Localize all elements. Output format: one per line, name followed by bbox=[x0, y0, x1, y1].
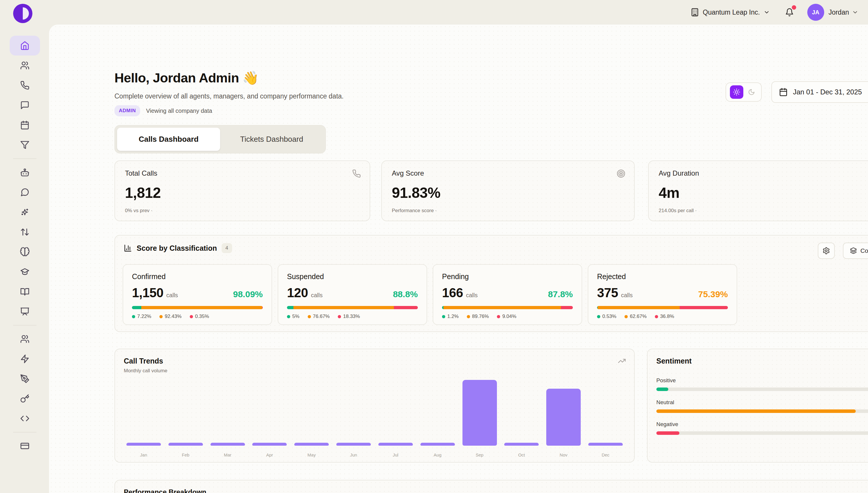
combine-button[interactable]: Combine bbox=[843, 242, 868, 259]
user-avatar[interactable]: JA bbox=[807, 4, 824, 21]
classification-card-suspended: Suspended120calls88.8%5%76.67%18.33% bbox=[278, 264, 427, 325]
sidebar-item-sparkles[interactable] bbox=[9, 202, 40, 222]
app-logo bbox=[13, 4, 32, 23]
sidebar-item-book-open[interactable] bbox=[9, 282, 40, 302]
page-subtitle: Complete overview of all agents, manager… bbox=[114, 92, 344, 100]
sidebar-item-users[interactable] bbox=[9, 329, 40, 349]
sidebar-item-bot[interactable] bbox=[9, 163, 40, 183]
filter-icon bbox=[20, 140, 29, 150]
light-mode-button[interactable] bbox=[730, 85, 743, 99]
classification-score: 88.8% bbox=[393, 289, 418, 299]
tab-tickets-dashboard[interactable]: Tickets Dashboard bbox=[220, 128, 323, 151]
sidebar-item-credit-card[interactable] bbox=[9, 436, 40, 456]
classification-calls: 1,150 bbox=[132, 285, 163, 300]
chart-title: Call Trends bbox=[124, 357, 163, 365]
sidebar-item-code[interactable] bbox=[9, 409, 40, 428]
notifications-button[interactable] bbox=[785, 8, 794, 17]
target-icon bbox=[617, 169, 625, 178]
bar-Jul bbox=[379, 443, 413, 446]
classification-score: 75.39% bbox=[698, 289, 728, 299]
sidebar-item-key[interactable] bbox=[9, 389, 40, 409]
phone-icon bbox=[352, 169, 361, 178]
scope-note: Viewing all company data bbox=[146, 108, 212, 114]
chart-subtitle: Monthly call volume bbox=[124, 368, 167, 374]
x-tick-label: Dec bbox=[585, 452, 626, 457]
x-tick-label: Nov bbox=[543, 452, 585, 457]
calendar-icon bbox=[20, 121, 29, 130]
legend-item: 1.2% bbox=[442, 314, 459, 319]
message-square-icon bbox=[20, 101, 29, 110]
x-tick-label: Feb bbox=[165, 452, 207, 457]
chevron-down-icon[interactable] bbox=[852, 9, 859, 16]
section-title: Score by Classification bbox=[137, 244, 217, 253]
tab-calls-dashboard[interactable]: Calls Dashboard bbox=[117, 128, 220, 151]
sentiment-bar bbox=[656, 409, 868, 413]
date-range-picker[interactable]: Jan 01 - Dec 31, 2025 bbox=[771, 81, 868, 103]
stat-note: 214.00s per call · bbox=[659, 208, 868, 214]
legend-item: 9.04% bbox=[497, 314, 516, 319]
chevron-down-icon bbox=[763, 9, 770, 16]
topbar: Quantum Leap Inc. JA Jordan bbox=[690, 0, 859, 24]
home-icon bbox=[20, 41, 29, 50]
sidebar-divider bbox=[13, 325, 37, 325]
theme-toggle bbox=[726, 82, 762, 102]
stat-card: Avg Duration4m214.00s per call · bbox=[648, 160, 868, 221]
legend-item: 76.67% bbox=[308, 314, 330, 319]
classification-name: Pending bbox=[442, 272, 573, 281]
role-badge: ADMIN bbox=[114, 105, 140, 116]
sidebar-item-users[interactable] bbox=[9, 56, 40, 76]
dark-mode-button[interactable] bbox=[746, 86, 757, 98]
classification-name: Rejected bbox=[597, 272, 728, 281]
classification-name: Confirmed bbox=[132, 272, 263, 281]
sidebar-item-brain[interactable] bbox=[9, 242, 40, 262]
score-by-classification-section: Score by Classification 4 Combine Confir… bbox=[114, 235, 868, 332]
company-selector[interactable]: Quantum Leap Inc. bbox=[690, 8, 770, 17]
sentiment-card: Sentiment Positive5.14%Neutral84.98%Nega… bbox=[647, 349, 868, 463]
date-range-label: Jan 01 - Dec 31, 2025 bbox=[793, 88, 862, 96]
x-tick-label: Sep bbox=[459, 452, 501, 457]
sidebar-item-phone[interactable] bbox=[9, 76, 40, 95]
classification-calls: 120 bbox=[287, 285, 308, 300]
dashboard-tabs: Calls DashboardTickets Dashboard bbox=[114, 125, 326, 153]
sidebar-item-presentation[interactable] bbox=[9, 302, 40, 321]
sidebar-item-calendar[interactable] bbox=[9, 115, 40, 135]
classification-progress-bar bbox=[132, 306, 263, 309]
sidebar-divider bbox=[13, 158, 37, 159]
performance-title: Performance Breakdown bbox=[124, 488, 206, 493]
building-icon bbox=[690, 8, 699, 17]
users-icon bbox=[20, 61, 29, 70]
legend-item: 0.53% bbox=[597, 314, 616, 319]
classification-score: 87.8% bbox=[548, 289, 573, 299]
stat-note: 0% vs prev · bbox=[125, 208, 360, 214]
sidebar-item-message-circle[interactable] bbox=[9, 183, 40, 202]
legend-item: 0.35% bbox=[190, 314, 209, 319]
pen-tool-icon bbox=[20, 374, 29, 383]
settings-button[interactable] bbox=[818, 242, 835, 259]
moon-icon bbox=[748, 89, 755, 95]
sidebar-item-arrows-up-down[interactable] bbox=[9, 222, 40, 242]
sidebar bbox=[0, 24, 50, 493]
sidebar-item-zap[interactable] bbox=[9, 349, 40, 369]
bar-Sep bbox=[462, 380, 497, 446]
stat-note: Performance score · bbox=[392, 208, 624, 214]
sidebar-item-message-square[interactable] bbox=[9, 95, 40, 115]
sentiment-bar bbox=[656, 387, 868, 391]
bar-chart-icon bbox=[124, 244, 132, 252]
x-tick-label: Jan bbox=[123, 452, 165, 457]
classification-name: Suspended bbox=[287, 272, 418, 281]
sidebar-item-filter[interactable] bbox=[9, 135, 40, 155]
sidebar-item-pen-tool[interactable] bbox=[9, 369, 40, 389]
sidebar-item-graduation-cap[interactable] bbox=[9, 262, 40, 282]
legend-item: 5% bbox=[287, 314, 300, 319]
trending-up-icon bbox=[618, 357, 626, 365]
notification-dot bbox=[792, 5, 796, 9]
classification-score: 98.09% bbox=[233, 289, 263, 299]
users-icon bbox=[20, 334, 29, 344]
bar-Dec bbox=[588, 443, 623, 446]
bar-Oct bbox=[504, 443, 539, 446]
legend-item: 92.43% bbox=[159, 314, 182, 319]
gear-icon bbox=[822, 247, 830, 255]
bar-chart-icon bbox=[124, 244, 132, 252]
bar-Mar bbox=[210, 443, 245, 446]
sidebar-item-home[interactable] bbox=[9, 36, 40, 56]
